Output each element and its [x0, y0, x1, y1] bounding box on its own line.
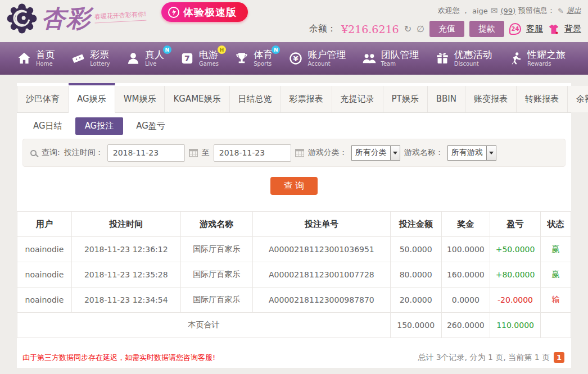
cell-bet-amount: 50.0000: [390, 237, 441, 262]
cell-bet-time: 2018-11-23 12:36:12: [71, 237, 180, 262]
tab-bbin[interactable]: BBIN: [428, 86, 465, 112]
edit-icon[interactable]: ✎: [558, 7, 564, 15]
cell-prize: 100.0000: [441, 237, 490, 262]
cell-status: 输: [540, 288, 571, 313]
tab-wm-entertainment[interactable]: WM娱乐: [115, 86, 165, 112]
tab-lottery-report[interactable]: 彩票报表: [281, 86, 332, 112]
cell-status: 赢: [540, 262, 571, 288]
tab-ag-entertainment[interactable]: AG娱乐: [69, 83, 115, 113]
nav-item-account[interactable]: ¥ 账户管理Account: [288, 49, 346, 67]
shirt-icon: [548, 24, 559, 34]
nav-item-discount[interactable]: 优惠活动Discount: [435, 49, 492, 67]
logo-flower-icon: [6, 2, 38, 35]
table-row: noainodie 2018-11-23 12:36:12 国际厅百家乐 A00…: [17, 237, 571, 262]
table-row: noainodie 2018-11-23 12:35:28 国际厅百家乐 A00…: [17, 262, 571, 288]
withdraw-button[interactable]: 提款: [469, 21, 504, 37]
cell-user: noainodie: [17, 288, 72, 313]
cell-game-name: 国际厅百家乐: [180, 288, 252, 313]
bet-time-label: 投注时间：: [64, 148, 103, 158]
top-bar: 杏彩 春暖花开杏彩有你! 体验极速版 欢迎您 ， aige ✉ (99) 预留信…: [0, 0, 588, 42]
user-info-row: 欢迎您 ， aige ✉ (99) 预留信息： ✎ 退出: [309, 6, 581, 16]
cell-game-name: 国际厅百家乐: [180, 262, 252, 288]
col-bet-amount: 投注金额: [390, 212, 441, 237]
customer-service-link[interactable]: 客服: [526, 24, 543, 34]
tab-transfer-report[interactable]: 转账报表: [517, 86, 568, 112]
subtab-ag-profit[interactable]: AG盈亏: [126, 117, 175, 135]
balance-row: 余额： ¥216.6216 ↻ ∅ 充值 提款 24 客服 背景: [309, 21, 581, 37]
game-category-select[interactable]: 所有分类: [351, 145, 400, 161]
nav-item-sports[interactable]: 体育Sports N: [234, 49, 273, 67]
page-1-button[interactable]: 1: [554, 352, 564, 363]
card-footer: 由于第三方数据同步存在延迟，如需实时数据请您咨询客服! 总计 3个记录, 分为 …: [17, 338, 571, 363]
svg-text:7: 7: [184, 54, 190, 63]
nav-item-games[interactable]: 7 电游Games H: [180, 49, 219, 67]
tab-balance-query[interactable]: 余额查询: [568, 86, 588, 112]
tab-deposit-withdraw-records[interactable]: 充提记录: [332, 86, 383, 112]
cell-prize: 0.0000: [441, 288, 490, 313]
ticket-icon: [71, 51, 85, 66]
tab-kgame[interactable]: KGAME娱乐: [165, 86, 229, 112]
col-status: 状态: [540, 212, 571, 237]
game-category-label: 游戏分类：: [308, 148, 347, 158]
tab-daily-overview[interactable]: 日结总览: [230, 86, 281, 112]
sync-delay-notice: 由于第三方数据同步存在延迟，如需实时数据请您咨询客服!: [22, 353, 215, 363]
tab-shaba-sports[interactable]: 沙巴体育: [17, 86, 69, 112]
background-link[interactable]: 背景: [564, 24, 581, 34]
logo-text: 杏彩: [42, 3, 91, 34]
table-header-row: 用户 投注时间 游戏名称 投注单号 投注金额 奖金 盈亏 状态: [17, 212, 571, 237]
cell-prize: 160.0000: [441, 262, 490, 288]
tab-pt-entertainment[interactable]: PT娱乐: [383, 86, 428, 112]
user-panel: 欢迎您 ， aige ✉ (99) 预留信息： ✎ 退出 余额： ¥216.62…: [309, 6, 581, 37]
col-bet-order: 投注单号: [253, 212, 391, 237]
game-name-select[interactable]: 所有游戏: [447, 145, 496, 161]
cell-bet-amount: 80.0000: [390, 262, 441, 288]
to-label: 至: [202, 148, 210, 158]
subtab-ag-daily[interactable]: AG日结: [24, 117, 72, 135]
bets-table: 用户 投注时间 游戏名称 投注单号 投注金额 奖金 盈亏 状态 noainodi…: [17, 211, 571, 338]
nav-item-home[interactable]: 首页Home: [17, 49, 55, 67]
content-card: 沙巴体育 AG娱乐 WM娱乐 KGAME娱乐 日结总览 彩票报表 充提记录 PT…: [17, 83, 571, 368]
cell-bet-amount: 20.0000: [390, 288, 441, 313]
cell-bet-order: A00002181123000987870: [253, 288, 391, 313]
summary-row: 本页合计 150.0000 260.0000 110.0000: [17, 313, 571, 338]
speed-version-button[interactable]: 体验极速版: [161, 2, 248, 22]
cell-bet-time: 2018-11-23 12:34:54: [71, 288, 180, 313]
nav-item-lottery[interactable]: 彩票Lottery: [71, 49, 110, 67]
search-icon: [30, 150, 37, 156]
recharge-button[interactable]: 充值: [429, 21, 464, 37]
report-tabs: 沙巴体育 AG娱乐 WM娱乐 KGAME娱乐 日结总览 彩票报表 充提记录 PT…: [17, 83, 571, 113]
pagination: 总计 3个记录, 分为 1 页, 当前第 1 页 1: [418, 352, 564, 363]
search-panel: 查询: 投注时间： 至 游戏分类： 所有分类 游戏名称： 所有游戏: [22, 139, 566, 167]
mail-count-link[interactable]: (99): [500, 7, 515, 15]
cell-status: 赢: [540, 237, 571, 262]
coin-yuan-icon: ¥: [288, 51, 303, 66]
chevron-down-icon: [390, 146, 400, 160]
date-to-input[interactable]: [214, 144, 291, 162]
games-7-icon: 7: [180, 51, 195, 66]
tab-account-change-report[interactable]: 账变报表: [465, 86, 517, 112]
cell-bet-order: A00002181123001007728: [253, 262, 391, 288]
hot-badge: H: [218, 45, 226, 54]
col-game-name: 游戏名称: [180, 212, 252, 237]
game-name-label: 游戏名称：: [404, 148, 444, 158]
site-logo[interactable]: 杏彩 春暖花开杏彩有你!: [6, 2, 146, 35]
subtab-ag-bets[interactable]: AG投注: [75, 117, 124, 135]
logout-link[interactable]: 退出: [567, 6, 581, 16]
cell-game-name: 国际厅百家乐: [180, 237, 252, 262]
summary-amount: 150.0000: [390, 313, 441, 338]
mail-icon[interactable]: ✉: [491, 6, 498, 16]
refresh-balance-icon[interactable]: ↻: [404, 24, 411, 34]
nav-item-team[interactable]: 团队管理Team: [362, 49, 419, 67]
nav-item-rewards[interactable]: 性耀之旅Rewards: [508, 49, 566, 67]
date-from-input[interactable]: [107, 144, 185, 162]
calendar-icon[interactable]: [189, 149, 198, 157]
rewards-person-icon: [508, 51, 523, 66]
col-bet-time: 投注时间: [71, 212, 180, 237]
service-24h-icon: 24: [509, 23, 521, 35]
hide-balance-icon[interactable]: ∅: [417, 24, 424, 34]
live-person-icon: [126, 51, 141, 66]
svg-text:¥: ¥: [293, 54, 298, 63]
query-button[interactable]: 查 询: [270, 177, 318, 195]
calendar-icon[interactable]: [295, 149, 304, 157]
nav-item-live[interactable]: 真人Live N: [126, 49, 164, 67]
